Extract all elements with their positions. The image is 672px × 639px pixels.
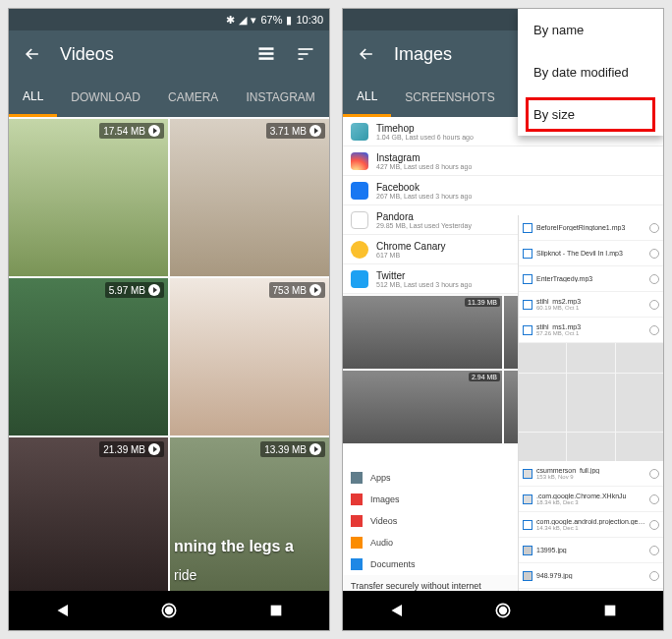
video-grid: 17.54 MB 3.71 MB 5.97 MB 753 MB 21.39 MB… — [9, 117, 329, 591]
images-content: Timehop1.04 GB, Last used 6 hours ago In… — [343, 117, 663, 591]
video-size: 3.71 MB — [270, 126, 307, 137]
file-radio[interactable] — [649, 274, 659, 284]
file-item[interactable]: 13995.jpg — [519, 538, 663, 563]
mini-screenshots — [519, 343, 663, 402]
app-item[interactable]: Facebook267 MB, Last used 3 hours ago — [343, 176, 663, 205]
tab-download[interactable]: DOWNLOAD — [57, 78, 154, 117]
image-thumb[interactable]: 2.94 MB — [343, 371, 502, 443]
image-thumb[interactable]: 11.39 MB — [343, 296, 502, 369]
tab-all[interactable]: ALL — [9, 78, 57, 117]
file-radio[interactable] — [649, 300, 659, 310]
file-item[interactable]: stihl_ms1.mp357.26 MB, Oct 1 — [519, 318, 663, 343]
sort-by-name[interactable]: By name — [518, 9, 663, 51]
timehop-icon — [351, 123, 368, 141]
file-radio[interactable] — [649, 494, 659, 504]
tabs: ALL DOWNLOAD CAMERA INSTAGRAM — [9, 78, 329, 117]
file-item[interactable]: csummerson_full.jpg153 kB, Nov 9 — [519, 461, 663, 487]
video-size: 21.39 MB — [103, 444, 145, 455]
nav-home-button[interactable] — [149, 591, 189, 630]
video-overlay-text: nning the legs a — [170, 538, 329, 555]
file-radio[interactable] — [649, 249, 659, 259]
audio-file-icon — [523, 274, 532, 284]
tab-instagram[interactable]: INSTAGRAM — [232, 78, 328, 117]
file-radio[interactable] — [649, 520, 659, 530]
tab-all[interactable]: ALL — [343, 78, 391, 117]
file-item[interactable]: EnterTragedy.mp3 — [519, 266, 663, 292]
file-item[interactable]: com.google.android.projection.gearhead_2… — [519, 512, 663, 538]
documents-icon — [351, 558, 363, 570]
video-thumb[interactable]: 17.54 MB — [9, 119, 168, 276]
videos-icon — [351, 515, 363, 527]
tab-screenshots[interactable]: SCREENSHOTS — [391, 78, 508, 117]
cat-label: Images — [370, 494, 400, 504]
file-item[interactable]: 948.979.jpg — [519, 563, 663, 589]
video-thumb[interactable]: 5.97 MB — [9, 278, 168, 436]
sort-by-date[interactable]: By date modified — [518, 51, 663, 93]
file-item[interactable]: stihl_ms2.mp360.19 MB, Oct 1 — [519, 292, 663, 318]
nav-recent-button[interactable] — [590, 591, 630, 630]
svg-rect-4 — [299, 53, 308, 55]
audio-file-icon — [523, 249, 532, 259]
back-button[interactable] — [355, 42, 378, 66]
nav-back-button[interactable] — [42, 591, 82, 630]
mini-screenshots — [519, 402, 663, 461]
play-icon — [309, 284, 321, 296]
video-size: 5.97 MB — [109, 285, 145, 296]
play-icon — [309, 443, 321, 455]
image-file-icon — [523, 494, 532, 504]
nav-recent-button[interactable] — [256, 591, 296, 630]
file-name: 13995.jpg — [536, 547, 645, 553]
video-thumb[interactable]: 3.71 MB — [170, 119, 329, 276]
file-name: EnterTragedy.mp3 — [536, 275, 645, 282]
svg-point-10 — [500, 608, 507, 614]
audio-file-icon — [523, 300, 532, 310]
svg-rect-1 — [259, 52, 274, 55]
svg-rect-8 — [270, 606, 281, 616]
svg-rect-11 — [604, 606, 615, 616]
back-button[interactable] — [21, 42, 44, 66]
cat-label: Documents — [370, 559, 416, 569]
file-meta: 57.26 MB, Oct 1 — [536, 330, 645, 336]
statusbar: ✱ ◢ ▾ 67% ▮ 10:30 — [9, 9, 329, 30]
file-radio[interactable] — [649, 223, 659, 233]
image-file-icon — [523, 469, 532, 479]
appbar: Videos — [9, 30, 329, 78]
navbar — [343, 591, 663, 630]
file-item[interactable]: wEGOcir.jpg202 kB, Nov 25 — [519, 589, 663, 591]
video-size: 13.39 MB — [264, 444, 307, 455]
navbar — [9, 591, 329, 630]
app-name: Instagram — [376, 152, 655, 163]
audio-icon — [351, 537, 363, 549]
app-item[interactable]: Instagram427 MB, Last used 8 hours ago — [343, 146, 663, 176]
file-radio[interactable] — [649, 546, 659, 555]
video-thumb[interactable]: 13.39 MB nning the legs a ride — [170, 437, 329, 591]
image-file-icon — [523, 571, 532, 581]
auto-icon — [523, 520, 532, 530]
signal-icon: ◢ — [239, 14, 247, 27]
svg-rect-0 — [259, 47, 274, 50]
sort-by-size[interactable]: By size — [518, 93, 663, 136]
file-meta: 60.19 MB, Oct 1 — [536, 305, 645, 311]
video-thumb[interactable]: 21.39 MB — [9, 437, 168, 591]
file-radio[interactable] — [649, 571, 659, 581]
cat-label: Videos — [370, 516, 397, 526]
nav-home-button[interactable] — [483, 591, 523, 630]
svg-point-7 — [166, 608, 173, 614]
nav-back-button[interactable] — [376, 591, 416, 630]
view-list-button[interactable] — [254, 42, 278, 66]
sort-button[interactable] — [294, 42, 317, 66]
file-item[interactable]: Slipknot - The Devil In I.mp3 — [519, 241, 663, 266]
pandora-icon — [351, 211, 368, 229]
tab-camera[interactable]: CAMERA — [154, 78, 232, 117]
file-column: BeforeIForgetRingtone1.mp3 Slipknot - Th… — [518, 215, 663, 591]
file-radio[interactable] — [649, 469, 659, 479]
app-name: Facebook — [376, 182, 655, 193]
file-radio[interactable] — [649, 325, 659, 335]
sort-menu: By name By date modified By size — [518, 9, 663, 136]
file-item[interactable]: .com.google.Chrome.XHknJu18.34 kB, Dec 3 — [519, 487, 663, 512]
play-icon — [148, 125, 160, 137]
audio-file-icon — [523, 325, 532, 335]
file-name: csummerson_full.jpg — [536, 467, 645, 474]
video-thumb[interactable]: 753 MB — [170, 278, 329, 436]
file-item[interactable]: BeforeIForgetRingtone1.mp3 — [519, 215, 663, 241]
